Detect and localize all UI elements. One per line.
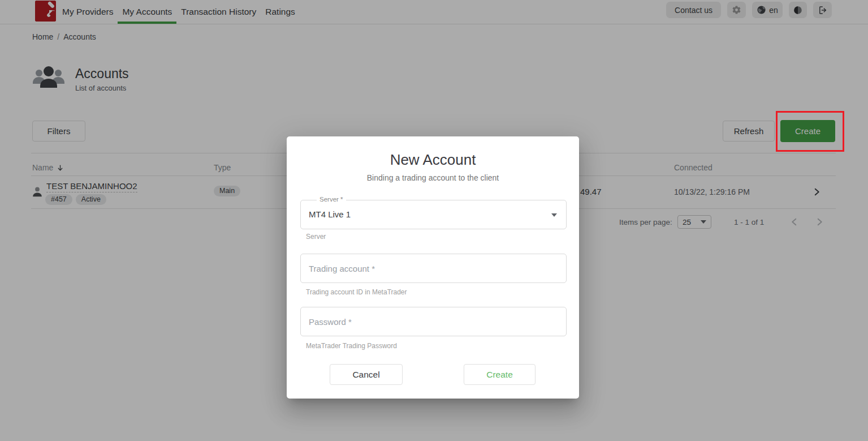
dialog-cancel-button[interactable]: Cancel (330, 364, 403, 385)
server-hint: Server (306, 233, 326, 241)
chevron-down-icon (551, 213, 557, 217)
dialog-title: New Account (287, 151, 579, 169)
server-select-value: MT4 Live 1 (309, 209, 351, 219)
trading-account-hint: Trading account ID in MetaTrader (306, 288, 407, 296)
dialog-subtitle: Binding a trading account to the client (287, 173, 579, 182)
trading-account-input[interactable] (301, 254, 566, 282)
server-select[interactable]: Server * MT4 Live 1 (300, 200, 567, 229)
dialog-create-button[interactable]: Create (464, 364, 536, 385)
server-select-label: Server * (317, 196, 346, 203)
new-account-dialog: New Account Binding a trading account to… (287, 136, 579, 399)
password-hint: MetaTrader Trading Password (306, 342, 397, 350)
password-input[interactable] (301, 307, 566, 336)
trading-account-field-wrap (300, 254, 567, 283)
password-field-wrap (300, 307, 567, 336)
